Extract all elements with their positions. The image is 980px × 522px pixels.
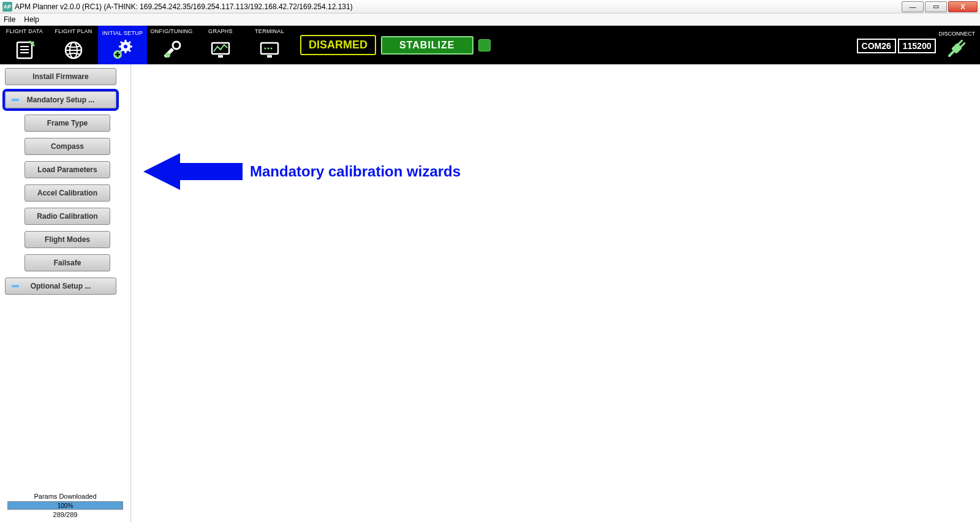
flight-data-icon [13,34,36,64]
svg-rect-23 [218,55,223,58]
svg-line-15 [121,50,123,51]
maximize-button[interactable]: ▭ [925,1,947,12]
compass-button[interactable]: Compass [24,138,110,155]
svg-point-26 [265,47,266,49]
svg-point-21 [165,53,170,58]
load-parameters-button[interactable]: Load Parameters [24,161,110,178]
tab-graphs[interactable]: GRAPHS [196,26,245,64]
tab-config-tuning[interactable]: ONFIG/TUNING [147,26,196,64]
main-area: Install Firmware Mandatory Setup ... Fra… [0,64,980,522]
svg-line-14 [129,50,130,51]
tab-label: ONFIG/TUNING [150,28,192,34]
tab-terminal[interactable]: TERMINAL [245,26,294,64]
status-led-icon [478,39,491,51]
app-icon: AP [2,2,12,12]
tab-initial-setup[interactable]: INITIAL SETUP [98,26,147,64]
baud-rate[interactable]: 115200 [898,39,937,53]
tab-label: TERMINAL [255,28,284,34]
connection-settings: COM26 115200 [856,26,938,64]
connect-label: DISCONNECT [938,31,975,37]
params-count: 289/289 [4,511,127,518]
frame-type-button[interactable]: Frame Type [24,115,110,132]
main-toolbar: FLIGHT DATA FLIGHT PLAN INITIAL SETUP ON… [0,26,980,64]
svg-line-16 [129,42,130,44]
svg-line-32 [949,51,954,56]
optional-setup-button[interactable]: Optional Setup ... [5,278,116,295]
connect-button-group[interactable]: DISCONNECT [937,26,976,64]
svg-rect-22 [212,43,229,54]
armed-status: DISARMED [300,35,376,55]
tab-label: FLIGHT DATA [6,28,43,34]
failsafe-button[interactable]: Failsafe [24,254,110,271]
tab-label: FLIGHT PLAN [55,28,92,34]
flight-modes-button[interactable]: Flight Modes [24,231,110,248]
annotation-text: Mandatory calibration wizards [250,163,461,180]
window-titlebar: AP APM Planner v2.0.0 (RC1) (A-THINK: 16… [0,0,980,13]
monitor-graph-icon [208,34,233,64]
window-title: APM Planner v2.0.0 (RC1) (A-THINK: 169.2… [15,2,902,11]
install-firmware-button[interactable]: Install Firmware [5,68,116,85]
svg-rect-24 [261,43,278,54]
close-button[interactable]: X [948,1,978,12]
globe-icon [62,34,85,64]
svg-point-20 [173,42,180,49]
setup-gear-icon [110,36,135,62]
arrow-left-icon [143,149,243,194]
tab-flight-plan[interactable]: FLIGHT PLAN [49,26,98,64]
menu-help[interactable]: Help [24,15,39,24]
svg-marker-33 [143,153,243,190]
menu-file[interactable]: File [4,15,15,24]
annotation-callout: Mandatory calibration wizards [143,149,461,194]
svg-rect-25 [267,55,272,58]
flight-mode: STABILIZE [381,36,473,55]
radio-calibration-button[interactable]: Radio Calibration [24,208,110,225]
svg-line-13 [121,42,123,44]
status-group: DISARMED STABILIZE [294,26,491,64]
svg-point-28 [271,47,273,49]
menubar: File Help [0,13,980,26]
window-controls: — ▭ X [902,1,978,12]
minimize-button[interactable]: — [902,1,924,12]
terminal-icon [257,34,282,64]
svg-point-8 [124,45,127,48]
mandatory-setup-button[interactable]: Mandatory Setup ... [5,91,116,108]
tab-flight-data[interactable]: FLIGHT DATA [0,26,49,64]
content-pane: Mandatory calibration wizards [131,64,980,522]
svg-line-31 [961,44,965,47]
plug-icon [941,37,972,59]
svg-line-30 [959,40,962,44]
svg-point-27 [268,47,270,49]
com-port[interactable]: COM26 [857,39,896,53]
sidebar: Install Firmware Mandatory Setup ... Fra… [0,64,131,522]
accel-calibration-button[interactable]: Accel Calibration [24,184,110,202]
tab-label: GRAPHS [208,28,233,34]
tab-label: INITIAL SETUP [102,30,143,36]
params-downloaded-label: Params Downloaded [4,493,127,500]
params-progress-bar: 100% [7,501,123,510]
wrench-gear-icon [159,34,184,64]
